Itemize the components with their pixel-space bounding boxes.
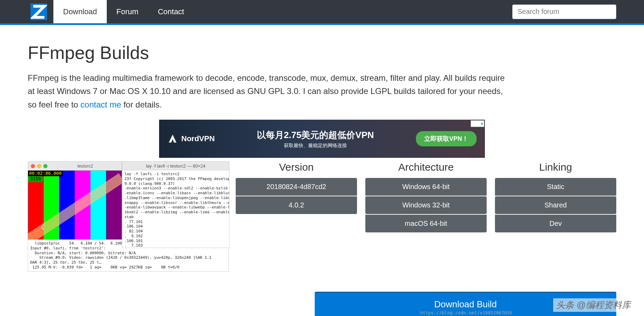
search-input[interactable] xyxy=(512,5,616,19)
nav-contact[interactable]: Contact xyxy=(148,0,194,23)
architecture-column: Architecture Windows 64-bit Windows 32-b… xyxy=(365,161,487,233)
ad-banner[interactable]: NordVPN 以每月2.75美元的超低价VPN 获取最快、最稳定的网络连接 立… xyxy=(159,120,485,158)
site-logo[interactable] xyxy=(28,0,50,23)
timecode: 00:02:06.000 xyxy=(28,171,63,176)
frame-number: 3150 xyxy=(28,176,43,182)
arch-option[interactable]: Windows 64-bit xyxy=(365,178,487,196)
terminal-output: lay -f lavfi -i testsrc2 23f Copyright (… xyxy=(122,170,229,248)
arch-option[interactable]: Windows 32-bit xyxy=(365,196,487,214)
watermark: 头条 @编程资料库 xyxy=(553,298,634,312)
linking-header: Linking xyxy=(495,161,616,173)
architecture-header: Architecture xyxy=(365,161,487,173)
terminal-pane: lay -f lavfi -i testsrc2 — 80×24 lay -f … xyxy=(122,161,229,248)
ad-label[interactable]: 广告 × xyxy=(471,120,484,127)
testsrc-colorbars: 00:02:06.000 3150 ‹ xyxy=(28,170,122,240)
preview-window-title: testsrc2 xyxy=(52,163,119,169)
carousel-prev-icon[interactable]: ‹ xyxy=(41,219,45,234)
nav-download[interactable]: Download xyxy=(53,0,107,23)
ad-close-icon[interactable]: × xyxy=(481,121,483,126)
nordvpn-icon xyxy=(167,134,178,144)
page-title: FFmpeg Builds xyxy=(28,42,616,63)
version-column: Version 20180824-4d87cd2 4.0.2 xyxy=(236,161,357,233)
build-selectors: Version 20180824-4d87cd2 4.0.2 Architect… xyxy=(236,161,616,233)
ad-subhead: 获取最快、最稳定的网络连接 xyxy=(215,143,416,149)
link-option[interactable]: Shared xyxy=(495,196,616,214)
terminal-title: lay -f lavfi -i testsrc2 — 80×24 xyxy=(125,163,226,169)
max-dot-icon[interactable] xyxy=(43,164,47,168)
ad-headline: 以每月2.75美元的超低价VPN xyxy=(215,129,416,141)
nav-forum[interactable]: Forum xyxy=(107,0,148,23)
top-nav: Download Forum Contact xyxy=(0,0,644,25)
linking-column: Linking Static Shared Dev xyxy=(495,161,616,233)
min-dot-icon[interactable] xyxy=(37,164,41,168)
version-option[interactable]: 4.0.2 xyxy=(236,196,357,214)
preview-pane: testsrc2 00:02:06.000 3150 ‹ xyxy=(28,161,229,272)
version-option[interactable]: 20180824-4d87cd2 xyxy=(236,178,357,196)
contact-link[interactable]: contact me xyxy=(80,100,121,109)
preview-window-bar: testsrc2 xyxy=(28,161,122,170)
link-option[interactable]: Static xyxy=(495,178,616,196)
ad-cta-button[interactable]: 立即获取VPN！ xyxy=(416,131,477,146)
intro-after: for details. xyxy=(121,100,162,109)
close-dot-icon[interactable] xyxy=(31,164,35,168)
version-header: Version xyxy=(236,161,357,173)
ad-brand: NordVPN xyxy=(181,134,215,143)
link-option[interactable]: Dev xyxy=(495,215,616,232)
intro-text: FFmpeg is the leading multimedia framewo… xyxy=(28,71,513,111)
watermark-url: https://blog.csdn.net/a18852867035 xyxy=(420,310,512,315)
arch-option[interactable]: macOS 64-bit xyxy=(365,215,487,232)
